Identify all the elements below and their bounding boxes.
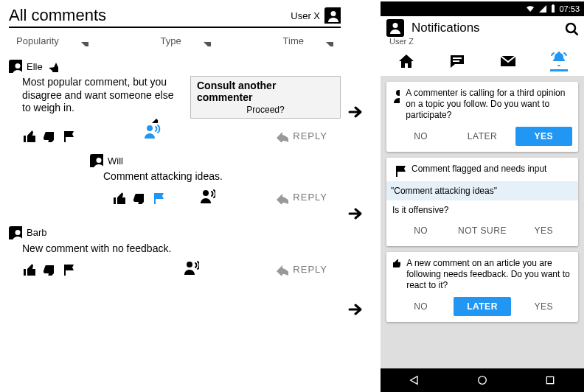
caret-down-icon	[78, 36, 88, 46]
android-navbar	[381, 368, 584, 392]
action-yes[interactable]: YES	[515, 221, 572, 240]
tab-notifications[interactable]	[550, 50, 568, 71]
nav-home-icon[interactable]	[476, 374, 488, 386]
comment-author-line: Elle	[9, 60, 341, 73]
arrow-right-icon	[347, 205, 372, 230]
action-notsure[interactable]: NOT SURE	[454, 221, 510, 240]
tooltip-title: Consult another commenter	[197, 80, 334, 103]
action-yes[interactable]: YES	[515, 127, 572, 146]
page-title: All comments	[9, 6, 106, 25]
battery-icon	[550, 4, 556, 13]
panel-header: All comments User X	[9, 3, 341, 28]
flag-icon[interactable]	[60, 129, 74, 142]
wifi-icon	[525, 4, 535, 13]
filter-bar: Popularity Type Time	[9, 28, 341, 49]
current-user[interactable]: User X	[291, 7, 341, 24]
notification-heading: Comment flagged and needs input	[411, 164, 546, 175]
filter-label: Time	[283, 35, 304, 46]
thumbs-icon	[392, 258, 400, 276]
voice-icon[interactable]	[183, 259, 199, 276]
action-later[interactable]: LATER	[454, 297, 510, 316]
reply-icon	[275, 191, 288, 204]
voice-icon[interactable]	[143, 123, 162, 142]
filter-time[interactable]: Time	[283, 35, 333, 46]
search-icon[interactable]	[563, 21, 578, 35]
person-icon	[9, 226, 22, 239]
reply-button[interactable]: REPLY	[275, 262, 338, 276]
nav-recent-icon[interactable]	[544, 374, 556, 386]
clock: 07:53	[559, 4, 580, 13]
comment-body: Most popular comment, but you disagree a…	[22, 76, 184, 115]
bell-icon	[550, 50, 568, 68]
tab-messages[interactable]	[499, 52, 517, 70]
notification-text: A commenter is calling for a third opini…	[406, 88, 572, 121]
app-bar: Notifications User Z	[381, 16, 584, 46]
person-icon	[9, 60, 22, 73]
person-icon[interactable]	[386, 19, 404, 37]
tab-bar	[381, 46, 584, 76]
caret-down-icon	[323, 36, 333, 46]
flag-icon	[392, 164, 406, 177]
nav-back-icon[interactable]	[409, 374, 420, 386]
action-no[interactable]: NO	[392, 127, 449, 146]
action-no[interactable]: NO	[392, 221, 449, 240]
consult-tooltip: Consult another commenter Proceed?	[190, 76, 341, 119]
comment-block: Will Comment attacking ideas. REPLY	[90, 154, 341, 209]
action-later[interactable]: LATER	[454, 127, 510, 146]
voice-icon	[392, 88, 400, 104]
current-user-name: User X	[291, 10, 320, 21]
svg-rect-10	[546, 377, 553, 383]
caret-up-icon	[147, 113, 158, 123]
comment-actions: REPLY	[9, 119, 341, 147]
comments-panel: All comments User X Popularity Type Time…	[9, 3, 341, 280]
reply-button[interactable]: REPLY	[275, 191, 338, 204]
notification-list: A commenter is calling for a third opini…	[381, 76, 584, 368]
screen-title: Notifications	[411, 21, 480, 35]
comment-actions: REPLY	[9, 255, 341, 280]
comment-actions: REPLY	[90, 183, 341, 209]
reply-button[interactable]: REPLY	[275, 129, 338, 142]
author-name: Will	[108, 155, 123, 167]
flagged-quote: "Comment attacking ideas"	[386, 181, 578, 200]
comment-block: Elle Most popular comment, but you disag…	[9, 60, 341, 147]
svg-rect-8	[552, 4, 554, 5]
flag-icon[interactable]	[60, 262, 74, 276]
star-icon	[47, 61, 58, 72]
notification-text: A new comment on an article you are foll…	[406, 258, 572, 291]
reply-label: REPLY	[293, 130, 327, 141]
comment-block: Barb New comment with no feedback. REPLY	[9, 226, 341, 281]
comment-body: Comment attacking ideas.	[103, 170, 223, 183]
thumb-up-icon[interactable]	[22, 262, 35, 276]
tab-comments[interactable]	[448, 52, 466, 70]
caret-down-icon	[201, 36, 211, 46]
current-user-label: User Z	[386, 37, 578, 46]
comment-author-line: Barb	[9, 226, 341, 239]
reply-label: REPLY	[293, 264, 327, 275]
notification-card: A new comment on an article you are foll…	[386, 252, 578, 322]
tooltip-proceed[interactable]: Proceed?	[197, 105, 334, 115]
svg-rect-7	[552, 5, 555, 13]
thumb-down-icon[interactable]	[131, 191, 145, 204]
arrow-right-icon	[347, 103, 372, 128]
filter-label: Popularity	[16, 35, 59, 46]
phone-mockup: 07:53 Notifications User Z A commenter i…	[381, 1, 584, 392]
filter-popularity[interactable]: Popularity	[16, 35, 88, 46]
reply-icon	[275, 262, 288, 276]
thumb-down-icon[interactable]	[41, 262, 55, 276]
person-icon	[324, 7, 341, 24]
thumb-up-icon[interactable]	[112, 191, 125, 204]
action-no[interactable]: NO	[392, 297, 449, 316]
filter-type[interactable]: Type	[161, 35, 211, 46]
arrow-right-icon	[347, 301, 372, 326]
comment-author-line: Will	[90, 154, 341, 167]
author-name: Barb	[27, 227, 46, 238]
voice-icon[interactable]	[199, 188, 215, 204]
flag-icon[interactable]	[150, 191, 164, 204]
reply-label: REPLY	[293, 192, 327, 203]
action-yes[interactable]: YES	[515, 297, 572, 316]
thumb-up-icon[interactable]	[22, 129, 35, 142]
notification-card: A commenter is calling for a third opini…	[386, 82, 578, 152]
thumb-down-icon[interactable]	[41, 129, 55, 142]
notification-card: Comment flagged and needs input "Comment…	[386, 158, 578, 246]
tab-home[interactable]	[397, 52, 415, 70]
